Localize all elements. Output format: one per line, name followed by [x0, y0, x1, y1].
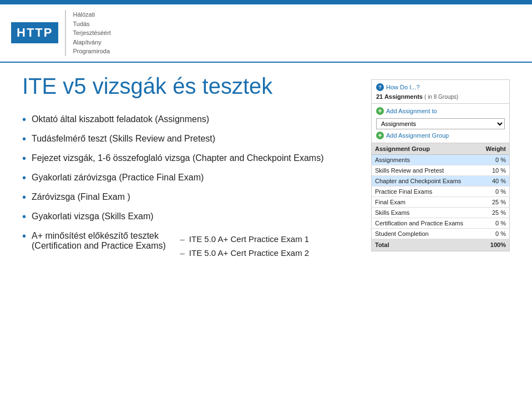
how-do-i: ? How Do I...? [376, 83, 505, 91]
list-item-text: Oktató által kiszabott feladatok (Assign… [32, 114, 209, 124]
row-group: Practice Final Exams [372, 186, 479, 197]
total-label: Total [372, 239, 479, 250]
list-item: Gyakorlati záróvizsga (Practice Final Ex… [22, 173, 354, 184]
row-weight: 25 % [479, 197, 509, 207]
header-bar [0, 0, 532, 4]
total-weight: 100% [479, 239, 509, 250]
table-row: Skills Review and Pretest10 % [372, 165, 509, 175]
list-item-text: Tudásfelmérő teszt (Skills Review and Pr… [32, 134, 215, 144]
assignments-select[interactable]: Assignments [376, 118, 505, 129]
plus-icon: + [376, 107, 384, 115]
sub-item-text: ITE 5.0 A+ Cert Practice Exam 1 [189, 234, 309, 244]
table-row: Skills Exams25 % [372, 207, 509, 218]
assignments-count: 21 Assignments ( in 8 Groups) [376, 93, 505, 100]
row-weight: 10 % [479, 165, 509, 175]
question-icon: ? [376, 83, 384, 91]
bullet-list: Oktató által kiszabott feladatok (Assign… [22, 114, 354, 262]
table-header-row: Assignment Group Weight [372, 143, 509, 155]
list-item-text: Gyakorlati záróvizsga (Practice Final Ex… [32, 173, 204, 183]
list-item-text: Gyakorlati vizsga (Skills Exam) [32, 211, 154, 221]
list-item: Oktató által kiszabott feladatok (Assign… [22, 114, 354, 126]
list-item-text: A+ minősítést előkészítő tesztek (Certif… [32, 231, 174, 251]
table-row: Certification and Practice Exams0 % [372, 218, 509, 228]
row-weight: 0 % [479, 228, 509, 239]
table-row: Chapter and Checkpoint Exams40 % [372, 175, 509, 186]
row-group: Chapter and Checkpoint Exams [372, 175, 479, 186]
row-weight: 25 % [479, 207, 509, 218]
list-item: Gyakorlati vizsga (Skills Exam) [22, 211, 354, 223]
table-total-row: Total 100% [372, 239, 509, 250]
col-weight: Weight [479, 143, 509, 155]
row-group: Student Completion [372, 228, 479, 239]
table-row: Final Exam25 % [372, 197, 509, 207]
list-item: Tudásfelmérő teszt (Skills Review and Pr… [22, 134, 354, 145]
sub-item-text: ITE 5.0 A+ Cert Practice Exam 2 [189, 248, 309, 258]
list-item-text: Záróvizsga (Final Exam ) [32, 192, 130, 202]
assignments-table: Assignment Group Weight Assignments0 %Sk… [372, 143, 509, 251]
add-assignment-group-btn[interactable]: + Add Assignment Group [376, 132, 505, 139]
table-row: Student Completion0 % [372, 228, 509, 239]
add-group-label: Add Assignment Group [386, 132, 449, 139]
table-row: Practice Final Exams0 % [372, 186, 509, 197]
list-item-text: Fejezet vizsgák, 1-6 összefoglaló vizsga… [32, 153, 323, 163]
list-item: Záróvizsga (Final Exam ) [22, 192, 354, 204]
plus-icon-group: + [376, 132, 384, 139]
row-weight: 40 % [479, 175, 509, 186]
row-weight: 0 % [479, 186, 509, 197]
list-item: A+ minősítést előkészítő tesztek (Certif… [22, 231, 354, 262]
logo-line4: Alapítvány [73, 38, 110, 47]
rp-add-section: + Add Assignment to Assignments + Add As… [372, 104, 509, 143]
logo-line1: Hálózati [73, 10, 110, 19]
right-panel: ? How Do I...? 21 Assignments ( in 8 Gro… [371, 79, 510, 251]
row-weight: 0 % [479, 218, 509, 228]
row-group: Final Exam [372, 197, 479, 207]
logo-bar: HTTP Hálózati Tudás Terjesztéséért Alapí… [0, 4, 532, 63]
add-assignment-btn[interactable]: + Add Assignment to [376, 107, 505, 115]
left-panel: ITE v5 vizsgák és tesztek Oktató által k… [22, 74, 354, 270]
sub-list: ITE 5.0 A+ Cert Practice Exam 1 ITE 5.0 … [175, 234, 355, 262]
col-group: Assignment Group [372, 143, 479, 155]
add-assignment-label: Add Assignment to [386, 108, 437, 114]
main-content: ITE v5 vizsgák és tesztek Oktató által k… [0, 63, 532, 281]
logo-line5: Programiroda [73, 47, 110, 56]
logo-line3: Terjesztéséért [73, 28, 110, 38]
sub-list-item: ITE 5.0 A+ Cert Practice Exam 1 [180, 234, 355, 244]
row-group: Skills Exams [372, 207, 479, 218]
logo-line2: Tudás [73, 19, 110, 29]
page-title: ITE v5 vizsgák és tesztek [22, 74, 354, 99]
row-weight: 0 % [479, 154, 509, 165]
row-group: Skills Review and Pretest [372, 165, 479, 175]
row-group: Assignments [372, 154, 479, 165]
how-do-i-text: How Do I...? [386, 84, 420, 90]
logo-subtext: Hálózati Tudás Terjesztéséért Alapítvány… [65, 10, 110, 56]
row-group: Certification and Practice Exams [372, 218, 479, 228]
logo-box: HTTP [11, 22, 58, 43]
logo-text: HTTP [17, 26, 53, 39]
rp-header: ? How Do I...? 21 Assignments ( in 8 Gro… [372, 80, 509, 104]
list-item: Fejezet vizsgák, 1-6 összefoglaló vizsga… [22, 153, 354, 165]
table-row: Assignments0 % [372, 154, 509, 165]
sub-list-item: ITE 5.0 A+ Cert Practice Exam 2 [180, 248, 355, 258]
